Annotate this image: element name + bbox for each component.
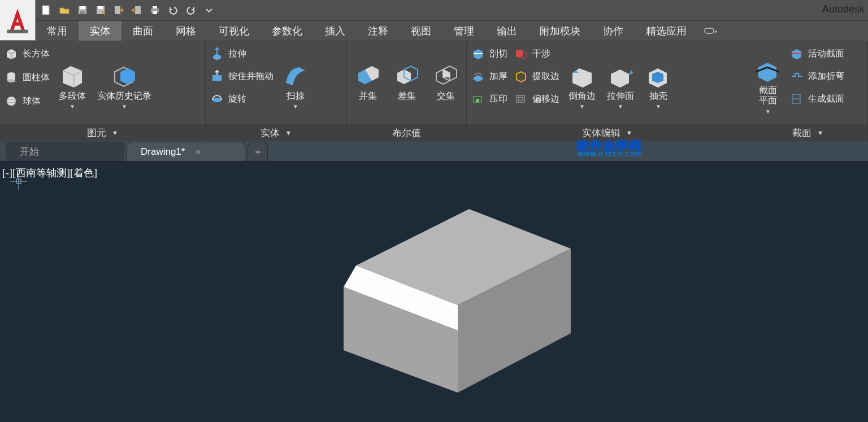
section-live-label: 活动截面	[808, 48, 844, 60]
viewport[interactable]: [-][西南等轴测][着色]	[0, 162, 868, 422]
solid-extrude-button[interactable]: 拉伸	[210, 45, 274, 63]
primitive-history-button[interactable]: 实体历史记录 ▼	[95, 62, 154, 111]
tab-view[interactable]: 视图	[400, 21, 442, 41]
solidedit-interfere-button[interactable]: 干涉	[514, 45, 559, 63]
boolean-intersect-button[interactable]: 交集	[431, 62, 461, 102]
boolean-subtract-button[interactable]: 差集	[392, 62, 422, 102]
tab-output[interactable]: 输出	[485, 21, 528, 41]
boolean-union-label: 并集	[359, 91, 377, 101]
qat-saveas-icon[interactable]	[92, 2, 109, 19]
chevron-down-icon: ▼	[293, 103, 298, 110]
solidedit-imprint-label: 压印	[489, 93, 507, 105]
section-live-button[interactable]: 活动截面	[790, 45, 844, 63]
main-tabs: 常用 实体 曲面 网格 可视化 参数化 插入 注释 视图 管理 输出 附加模块 …	[0, 20, 868, 41]
tab-manage[interactable]: 管理	[442, 21, 485, 41]
ribbon-panel-solid-title[interactable]: 实体▼	[206, 124, 346, 141]
solidedit-shell-button[interactable]: 抽壳 ▼	[643, 62, 674, 111]
solid-presspull-button[interactable]: 按住并拖动	[210, 67, 274, 85]
tab-surface[interactable]: 曲面	[121, 21, 164, 41]
qat-new-icon[interactable]	[38, 2, 55, 19]
close-icon[interactable]: ✕	[195, 147, 202, 156]
solidedit-extrudeface-button[interactable]: 拉伸面 ▼	[605, 62, 636, 111]
solidedit-imprint-button[interactable]: 压印	[471, 90, 507, 108]
tab-home[interactable]: 常用	[36, 21, 79, 41]
qat-redo-icon[interactable]	[183, 2, 199, 19]
qat-save-icon[interactable]	[74, 2, 91, 19]
file-tab-start[interactable]: 开始	[6, 142, 124, 161]
svg-rect-6	[98, 6, 103, 9]
section-jog-label: 添加折弯	[808, 71, 844, 82]
quick-access-toolbar	[36, 0, 868, 20]
ribbon-panel-primitives-title[interactable]: 图元▼	[0, 124, 205, 141]
chevron-down-icon: ▼	[112, 129, 118, 136]
primitive-box-button[interactable]: 长方体	[5, 45, 50, 63]
interfere-icon	[514, 47, 528, 60]
qat-web-save-icon[interactable]	[128, 2, 145, 19]
chevron-down-icon: ▼	[626, 129, 632, 136]
thicken-icon	[471, 69, 485, 83]
solidedit-slice-button[interactable]: 剖切	[471, 45, 507, 63]
intersect-icon	[433, 63, 459, 89]
svg-rect-31	[16, 179, 21, 184]
tab-solid[interactable]: 实体	[79, 21, 121, 41]
model-3d-box	[316, 192, 588, 407]
slice-icon	[471, 47, 485, 60]
primitive-sphere-label: 球体	[23, 95, 41, 107]
primitive-box-label: 长方体	[23, 48, 50, 60]
union-icon	[355, 63, 381, 89]
tab-addins[interactable]: 附加模块	[528, 21, 592, 41]
qat-undo-icon[interactable]	[164, 2, 181, 19]
qat-dropdown-icon[interactable]	[201, 2, 218, 19]
solidedit-shell-label: 抽壳	[649, 91, 667, 101]
solid-revolve-button[interactable]: 旋转	[210, 90, 274, 108]
svg-rect-0	[7, 29, 28, 33]
svg-rect-18	[212, 75, 222, 81]
ribbon-panel-primitives: 长方体 圆柱体 球体 多段	[0, 41, 206, 141]
tab-parametric[interactable]: 参数化	[261, 21, 314, 41]
plus-icon: ＋	[253, 145, 263, 158]
primitive-polysolid-label: 多段体	[59, 91, 86, 101]
section-generate-button[interactable]: 生成截面	[790, 90, 844, 108]
app-logo[interactable]	[0, 0, 36, 41]
file-tab-new[interactable]: ＋	[248, 142, 268, 161]
qat-web-open-icon[interactable]	[110, 2, 127, 19]
solidedit-chamfer-button[interactable]: 倒角边 ▼	[566, 62, 598, 111]
solid-revolve-label: 旋转	[228, 93, 246, 105]
boolean-subtract-label: 差集	[398, 91, 416, 101]
svg-point-19	[212, 98, 222, 102]
generate-section-icon	[790, 92, 804, 106]
solidedit-extractedges-button[interactable]: 提取边	[514, 67, 559, 85]
tab-insert[interactable]: 插入	[314, 21, 357, 41]
section-plane-icon	[755, 57, 781, 83]
qat-open-icon[interactable]	[56, 2, 73, 19]
tab-mesh[interactable]: 网格	[164, 21, 207, 41]
chevron-down-icon: ▼	[121, 103, 127, 110]
boolean-union-button[interactable]: 并集	[353, 62, 383, 102]
primitive-sphere-button[interactable]: 球体	[5, 92, 50, 110]
section-plane-button[interactable]: 截面 平面 ▼	[753, 56, 783, 116]
tab-overflow-icon[interactable]	[698, 21, 724, 41]
tab-collab[interactable]: 协作	[592, 21, 635, 41]
primitive-polysolid-button[interactable]: 多段体 ▼	[57, 62, 88, 111]
watermark: 软件自学网 WWW.RJZXW.COM	[577, 140, 642, 158]
svg-rect-10	[153, 6, 157, 8]
qat-print-icon[interactable]	[146, 2, 163, 19]
solidedit-thicken-button[interactable]: 加厚	[471, 67, 507, 85]
tab-featured[interactable]: 精选应用	[635, 21, 698, 41]
svg-rect-26	[518, 97, 523, 101]
ribbon-panel-section-title[interactable]: 截面▼	[748, 124, 867, 141]
solidedit-offsetedge-button[interactable]: 偏移边	[514, 90, 559, 108]
tab-visualize[interactable]: 可视化	[207, 21, 261, 41]
ribbon-panel-solidedit: 剖切 加厚 压印 干涉 提取边	[467, 41, 748, 141]
primitive-cylinder-button[interactable]: 圆柱体	[5, 68, 50, 86]
section-jog-button[interactable]: 添加折弯	[790, 67, 844, 85]
file-tab-drawing1[interactable]: Drawing1* ✕	[127, 142, 245, 161]
imprint-icon	[471, 92, 485, 106]
svg-rect-11	[153, 11, 157, 14]
tab-annotate[interactable]: 注释	[357, 21, 400, 41]
solid-sweep-label: 扫掠	[287, 91, 305, 101]
polysolid-icon	[59, 63, 85, 89]
solid-sweep-button[interactable]: 扫掠 ▼	[280, 62, 311, 111]
viewport-status-label[interactable]: [-][西南等轴测][着色]	[2, 166, 97, 180]
primitive-history-label: 实体历史记录	[97, 91, 151, 101]
